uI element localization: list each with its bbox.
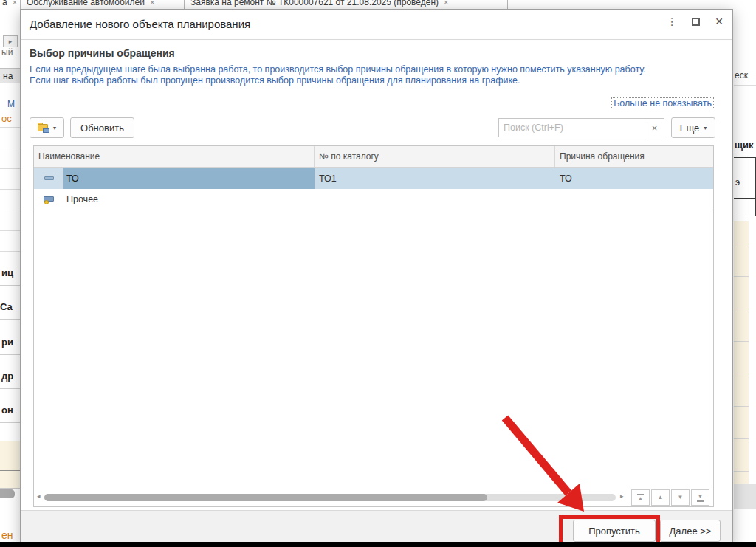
table-row-to-selected[interactable]: ТО ТО1 ТО — [34, 168, 713, 189]
bar-icon — [697, 500, 704, 502]
folder-icon — [38, 123, 49, 132]
refresh-button[interactable]: Обновить — [70, 117, 134, 138]
go-last-button[interactable]: ▼ — [691, 489, 709, 506]
chevron-down-icon: ▾ — [704, 125, 707, 131]
search-input[interactable] — [499, 119, 645, 137]
cell-catalog-no: ТО1 — [315, 168, 555, 189]
bg-scroll-thumb — [0, 489, 15, 498]
tab-close-icon[interactable]: × — [150, 0, 154, 7]
tree-indent — [34, 196, 63, 203]
description-line-2: Если шаг выбора работы был пропущен прои… — [30, 75, 520, 86]
scrollbar-thumb[interactable] — [44, 494, 487, 501]
kebab-menu-icon[interactable]: ⋮ — [667, 16, 677, 27]
bg-text-fragment: ос — [1, 113, 12, 124]
description-line-1: Если на предыдущем шаге была выбранна ра… — [30, 64, 646, 75]
column-header-name[interactable]: Наименование — [34, 146, 315, 167]
go-up-button[interactable]: ▲ — [651, 489, 670, 506]
tab-service-cars[interactable]: Обслуживание автомобилей× — [27, 0, 154, 7]
table-header: Наименование № по каталогу Причина обращ… — [34, 146, 713, 168]
bg-gray-band — [734, 484, 756, 509]
close-icon[interactable]: ✕ — [715, 16, 724, 27]
search-field-wrap: × — [498, 118, 664, 137]
reasons-table: Наименование № по каталогу Причина обращ… — [33, 145, 714, 507]
arrow-down-icon: ▼ — [678, 495, 684, 500]
chevron-down-icon: ▾ — [53, 125, 56, 131]
dialog-title: Добавление нового объекта планирования — [30, 18, 250, 30]
cell-reason — [555, 189, 713, 210]
maximize-icon[interactable] — [692, 18, 700, 26]
bg-text-fragment: еск — [735, 70, 748, 80]
bg-text-fragment: ри — [1, 337, 13, 348]
bg-text-fragment: он — [1, 405, 13, 416]
cell-catalog-no — [315, 189, 555, 210]
more-button[interactable]: Еще ▾ — [671, 117, 715, 138]
bg-cream-rows — [0, 441, 20, 488]
bg-cream-column — [734, 221, 749, 484]
bg-text-fragment: ен — [1, 529, 13, 541]
step-title: Выбор причины обращения — [30, 47, 175, 59]
bg-text-fragment: др — [1, 371, 13, 382]
tab-close-icon[interactable]: × — [444, 0, 448, 7]
bg-text-fragment: М — [7, 99, 15, 109]
bg-text-fragment: на — [3, 71, 13, 81]
divider — [21, 39, 732, 40]
clear-search-icon[interactable]: × — [645, 119, 664, 137]
bg-text-fragment: ый — [1, 47, 13, 58]
cell-name: ТО — [34, 168, 315, 189]
tab-label: Заявка на ремонт № ТК000007621 от 21.08.… — [190, 0, 439, 7]
tab-label: Обслуживание автомобилей — [27, 0, 145, 7]
cell-text: ТО — [63, 173, 79, 184]
go-first-button[interactable]: ▲ — [631, 489, 650, 506]
bg-text-fragment: Са — [0, 301, 13, 312]
tab-repair-request[interactable]: Заявка на ремонт № ТК000007621 от 21.08.… — [190, 0, 448, 7]
group-item-icon — [44, 196, 54, 203]
dont-show-again-link[interactable]: Больше не показывать — [611, 97, 714, 109]
horizontal-scrollbar: ◂ ▸ ▲ ▲ ▼ ▼ — [34, 489, 713, 506]
dialog-add-planning-object: Добавление нового объекта планирования ⋮… — [20, 9, 733, 547]
next-button[interactable]: Далее >> — [660, 520, 721, 542]
scroll-right-icon[interactable]: ▸ — [620, 492, 624, 500]
arrow-down-icon: ▼ — [698, 494, 704, 500]
hierarchy-view-button[interactable]: ▾ — [30, 117, 64, 138]
tab-label: а — [2, 0, 7, 7]
cell-text: Прочее — [63, 194, 98, 204]
row-navigation-buttons: ▲ ▲ ▼ ▼ — [631, 489, 709, 506]
bg-text-fragment: э — [735, 177, 740, 188]
bg-text-fragment: щик — [735, 140, 753, 151]
arrow-up-icon: ▲ — [658, 495, 664, 500]
column-header-reason[interactable]: Причина обращения — [555, 146, 713, 167]
bg-mini-button: ▸ — [3, 35, 18, 47]
scrollbar-track[interactable] — [44, 494, 616, 501]
background-app-right: еск щик э — [734, 0, 756, 547]
bg-grid-table: э — [734, 157, 756, 216]
tree-indent — [34, 168, 63, 189]
bg-band: на — [0, 68, 20, 83]
table-row-other[interactable]: Прочее — [34, 189, 713, 210]
go-down-button[interactable]: ▼ — [671, 489, 690, 506]
more-label: Еще — [680, 123, 699, 134]
background-app-left: ▸ ый на М ос иц Са ри др он ен — [0, 0, 20, 547]
bg-text-fragment: иц — [1, 267, 13, 278]
bottom-black-bar — [0, 542, 756, 547]
column-header-catalog-no[interactable]: № по каталогу — [315, 146, 555, 167]
cell-name: Прочее — [34, 189, 315, 210]
tab-close-icon[interactable]: × — [13, 0, 17, 7]
tab-partial[interactable]: а× — [2, 0, 17, 7]
list-item-icon — [44, 176, 54, 180]
cell-reason: ТО — [555, 168, 713, 189]
scroll-left-icon[interactable]: ◂ — [37, 492, 41, 500]
arrow-up-icon: ▲ — [638, 496, 644, 502]
